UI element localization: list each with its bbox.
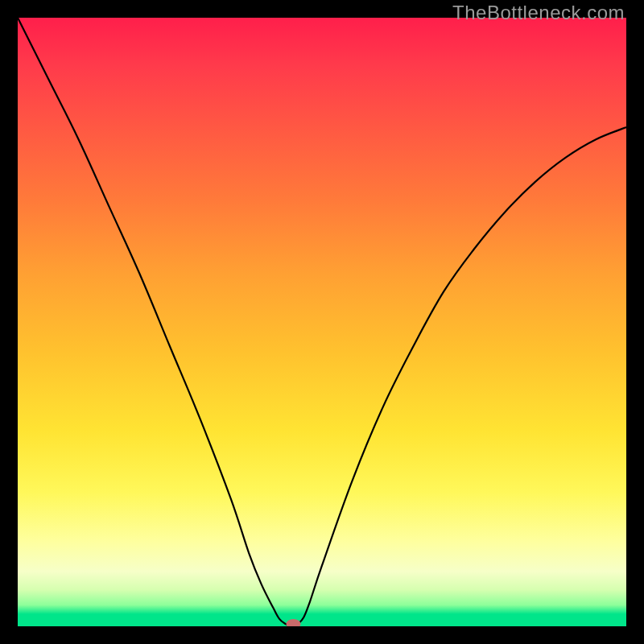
chart-frame: TheBottleneck.com	[0, 0, 644, 644]
curve-path	[18, 18, 626, 626]
watermark-text: TheBottleneck.com	[452, 2, 625, 24]
plot-area	[18, 18, 626, 626]
bottleneck-curve	[18, 18, 626, 626]
optimal-marker	[286, 619, 300, 626]
